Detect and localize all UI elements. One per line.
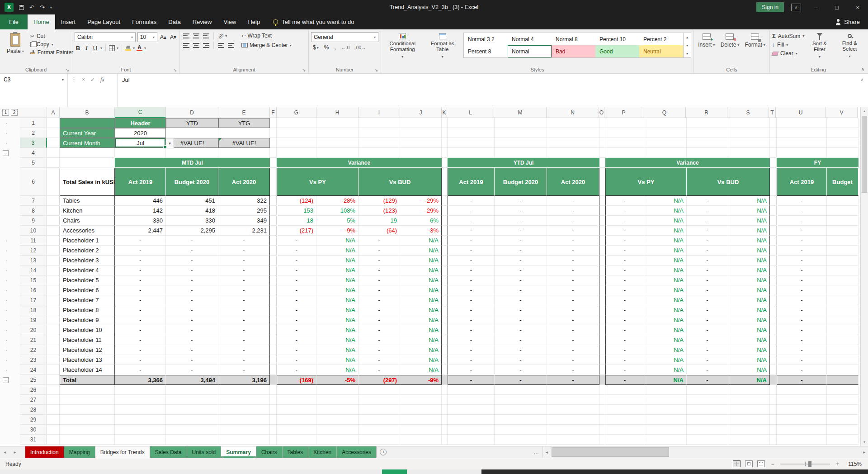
fill-color-dropdown-icon[interactable]: ▾: [133, 46, 135, 50]
cell-J30[interactable]: [400, 425, 442, 435]
vertical-scrollbar[interactable]: ▴ ▾: [860, 107, 868, 446]
cell-A18[interactable]: [47, 305, 60, 315]
format-as-table-button[interactable]: Format as Table ▾: [424, 31, 462, 60]
insert-cells-button[interactable]: + Insert▾: [696, 31, 717, 48]
ribbon-tab-formulas[interactable]: Formulas: [126, 14, 162, 29]
cell-U28[interactable]: [777, 405, 827, 415]
row-header-12[interactable]: 12: [20, 246, 47, 256]
cell-Q28[interactable]: [644, 405, 687, 415]
cell-G7[interactable]: (124): [277, 196, 316, 206]
cell-A4[interactable]: [47, 148, 60, 158]
cell-B22[interactable]: Placeholder 12: [60, 345, 115, 355]
cell-E22[interactable]: -: [218, 345, 270, 355]
cell-O25[interactable]: [599, 375, 605, 385]
cell-Q8[interactable]: N/A: [644, 206, 687, 216]
cell-O17[interactable]: [599, 295, 605, 305]
column-header-L[interactable]: L: [447, 107, 494, 118]
row-header-19[interactable]: 19: [20, 315, 47, 325]
cell-E27[interactable]: [218, 395, 270, 405]
cell-V14[interactable]: [827, 265, 859, 275]
cell-N26[interactable]: [547, 385, 599, 395]
cell-R7[interactable]: -: [687, 196, 728, 206]
cell-U9[interactable]: -: [777, 216, 827, 226]
cell-R29[interactable]: [687, 415, 728, 425]
borders-icon[interactable]: [109, 45, 115, 51]
maximize-button[interactable]: □: [826, 0, 847, 14]
cell-U25[interactable]: -: [777, 375, 827, 385]
cell-A8[interactable]: [47, 206, 60, 216]
cell-style-normal[interactable]: Normal: [508, 45, 552, 57]
cell-C5-E5[interactable]: MTD Jul: [115, 158, 270, 168]
share-button[interactable]: Share: [828, 14, 868, 29]
cell-A17[interactable]: [47, 295, 60, 305]
cell-R12[interactable]: -: [687, 246, 728, 256]
column-header-S[interactable]: S: [727, 107, 769, 118]
cell-F11[interactable]: [270, 236, 277, 246]
cell-Q26[interactable]: [644, 385, 687, 395]
cell-D7[interactable]: 451: [166, 196, 218, 206]
cell-C13[interactable]: -: [115, 256, 166, 265]
tab-strip-resize-handle[interactable]: …: [530, 446, 542, 458]
cell-P16[interactable]: -: [605, 285, 644, 295]
cell-U21[interactable]: -: [777, 335, 827, 345]
cell-M28[interactable]: [495, 405, 547, 415]
cell-H17[interactable]: N/A: [316, 295, 359, 305]
cell-I28[interactable]: [359, 405, 400, 415]
cell-G2[interactable]: [277, 128, 316, 138]
sheet-tab-bridges-for-trends[interactable]: Bridges for Trends: [95, 446, 150, 458]
cell-Q14[interactable]: N/A: [644, 265, 687, 275]
cell-P29[interactable]: [605, 415, 644, 425]
cell-P2[interactable]: [605, 128, 644, 138]
cell-K20[interactable]: [442, 325, 448, 335]
paste-button[interactable]: Paste▾: [2, 31, 28, 55]
cell-K12[interactable]: [442, 246, 448, 256]
cell-D9[interactable]: 330: [166, 216, 218, 226]
cell-H3[interactable]: [316, 138, 359, 148]
cell-S7[interactable]: N/A: [728, 196, 770, 206]
cell-C2[interactable]: 2020: [115, 128, 166, 138]
cell-G10[interactable]: (217): [277, 226, 316, 236]
outline-level-button-2[interactable]: 2: [11, 109, 18, 116]
cell-I24[interactable]: -: [359, 365, 400, 375]
cell-A29[interactable]: [47, 415, 60, 425]
cell-S3[interactable]: [728, 138, 770, 148]
cell-B31[interactable]: [60, 435, 115, 445]
cell-U18[interactable]: -: [777, 305, 827, 315]
cell-J10[interactable]: -3%: [400, 226, 442, 236]
cell-G22[interactable]: -: [277, 345, 316, 355]
cell-D26[interactable]: [166, 385, 218, 395]
cell-J22[interactable]: N/A: [400, 345, 442, 355]
cell-J20[interactable]: N/A: [400, 325, 442, 335]
cell-M18[interactable]: -: [495, 305, 547, 315]
cell-D22[interactable]: -: [166, 345, 218, 355]
cell-J23[interactable]: N/A: [400, 355, 442, 365]
cell-G24[interactable]: -: [277, 365, 316, 375]
cell-H26[interactable]: [316, 385, 359, 395]
row-header-18[interactable]: 18: [20, 305, 47, 315]
cell-T29[interactable]: [770, 415, 777, 425]
cell-L9[interactable]: -: [448, 216, 495, 226]
cell-Q31[interactable]: [644, 435, 687, 445]
cell-P3[interactable]: [605, 138, 644, 148]
cell-I10[interactable]: (64): [359, 226, 400, 236]
cell-T3[interactable]: [770, 138, 777, 148]
cell-R1[interactable]: [687, 118, 728, 128]
zoom-slider-thumb[interactable]: [808, 461, 811, 467]
column-header-V[interactable]: V: [826, 107, 858, 118]
cell-Q13[interactable]: N/A: [644, 256, 687, 265]
cell-C6[interactable]: Act 2019: [115, 168, 166, 196]
cell-V16[interactable]: [827, 285, 859, 295]
cell-M17[interactable]: -: [495, 295, 547, 305]
row-header-7[interactable]: 7: [20, 196, 47, 206]
cell-G18[interactable]: -: [277, 305, 316, 315]
font-dialog-launcher[interactable]: ↘: [173, 68, 177, 72]
cell-S18[interactable]: N/A: [728, 305, 770, 315]
cell-H25[interactable]: -5%: [316, 375, 359, 385]
cell-C29[interactable]: [115, 415, 166, 425]
cell-T17[interactable]: [770, 295, 777, 305]
format-cells-button[interactable]: Format▾: [743, 31, 767, 48]
cell-J16[interactable]: N/A: [400, 285, 442, 295]
cell-T9[interactable]: [770, 216, 777, 226]
cell-F23[interactable]: [270, 355, 277, 365]
cell-G29[interactable]: [277, 415, 316, 425]
